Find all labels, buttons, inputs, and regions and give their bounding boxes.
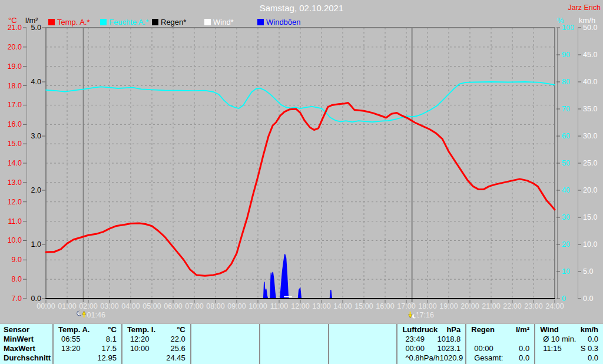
humidity-axis-label: 60 [562, 132, 570, 140]
temp-axis-label: 9.0 [12, 256, 22, 264]
temp-axis-label: 16.0 [8, 120, 22, 128]
stats-value-row [329, 353, 397, 363]
stats-value-cell: 1018.8 [437, 335, 460, 344]
stats-time-cell: 10:00 [130, 344, 150, 353]
stats-value-row [329, 335, 397, 344]
stats-col-wind: Windkm/hØ 10 min.0.011:15S 0.30.0 [534, 324, 603, 364]
marker-time-label: 01:46 [87, 311, 105, 319]
sunrise-arrow-icon [84, 315, 85, 317]
stats-value-row [260, 335, 328, 344]
temp-axis-label: 14.0 [8, 159, 22, 167]
stats-value-row: Ø 10 min.0.0 [535, 335, 603, 344]
humidity-axis-label: 40 [562, 186, 570, 194]
wind-swatch-icon [204, 19, 211, 25]
x-axis-label: 06:00 [164, 302, 182, 310]
humidity-axis-label: 20 [562, 240, 570, 249]
stats-value-row: 12.95 [54, 353, 121, 363]
stats-col-unit: °C [108, 325, 117, 335]
wind-axis-label: 10.0 [583, 240, 597, 249]
stats-value-row: ^0.8hPa/h1020.9 [397, 353, 465, 363]
x-axis-label: 10:00 [249, 302, 267, 310]
temp-axis-label: 20.0 [8, 43, 22, 51]
stats-time-cell: 23:49 [405, 335, 425, 344]
regen-swatch-icon [152, 19, 158, 25]
stats-value-cell: 1023.1 [437, 344, 460, 353]
page-title: Samstag, 02.10.2021 [0, 3, 603, 13]
x-axis-label: 16:00 [376, 302, 394, 310]
x-axis-label: 04:00 [121, 302, 140, 310]
temp-axis-label: 12.0 [8, 198, 22, 206]
temp-axis-label: 17.0 [8, 101, 22, 109]
stats-value-cell: 0.0 [588, 353, 598, 363]
x-axis-label: 03:00 [100, 302, 118, 310]
wind-axis-label: 50.0 [583, 24, 597, 32]
stats-value-row: 13:2017.5 [54, 344, 121, 353]
legend-label: Temp. A.* [57, 18, 90, 27]
rain-axis-label: 4.0 [31, 78, 41, 86]
stats-col-unit: l/m² [516, 325, 529, 335]
wind-axis-label: 25.0 [583, 159, 597, 167]
x-axis-label: 05:00 [143, 302, 161, 310]
wind-axis-label: 40.0 [583, 78, 597, 86]
stats-value-row [191, 353, 259, 363]
stats-col-title: Temp. A. [58, 325, 90, 335]
x-axis-label: 02:00 [79, 302, 97, 310]
stats-value-row: 10:0025.6 [122, 344, 190, 353]
stats-value-row: 24.45 [122, 353, 190, 363]
stats-col-unit: °C [177, 325, 185, 335]
stats-value-row [329, 344, 397, 353]
temp-axis-label: 18.0 [8, 82, 22, 90]
axis-unit-rain: l/m² [25, 16, 38, 25]
rain-axis-label: 0.0 [31, 294, 41, 303]
temp-axis-label: 8.0 [12, 275, 22, 283]
stats-row-label: Sensor [0, 325, 52, 335]
temp-axis-label: 7.0 [12, 294, 22, 303]
x-axis-label: 09:00 [227, 302, 246, 310]
stats-value-cell: 25.6 [170, 344, 185, 353]
x-axis-label: 08:00 [206, 302, 224, 310]
temp-a-swatch-icon [48, 19, 55, 25]
stats-value-cell: 22.0 [170, 335, 185, 344]
x-axis-label: 19:00 [439, 302, 458, 310]
marker-time-label: 17:16 [416, 311, 434, 319]
humidity-axis-label: 80 [562, 78, 570, 86]
humidity-axis-label: 0 [562, 294, 566, 303]
wind-axis-label: 5.0 [583, 267, 593, 276]
stats-value-cell: 12.95 [97, 353, 117, 363]
legend-item-wind[interactable]: Wind* [204, 18, 234, 27]
rain-axis-label: 2.0 [31, 186, 41, 194]
stats-col-temp-a-: Temp. A.°C06:558.113:2017.512.95 [52, 324, 121, 364]
x-axis-label: 14:00 [333, 302, 352, 310]
series-windboeen-spikes [280, 254, 289, 299]
stats-time-cell: ^0.8hPa/h [405, 353, 439, 363]
stats-col-empty [190, 324, 259, 364]
stats-col-regen: Regenl/m²00:000.0Gesamt:0.0 [465, 324, 534, 364]
stats-row-label: MaxWert [0, 344, 52, 353]
x-axis-label: 18:00 [418, 302, 436, 310]
stats-time-cell: 06:55 [61, 335, 81, 344]
legend-item-regen[interactable]: Regen* [152, 18, 186, 27]
stats-value-row [191, 344, 259, 353]
stats-col-title: Wind [540, 325, 559, 335]
legend-item-windboeen[interactable]: Windböen [257, 18, 301, 27]
stats-col-empty [328, 324, 397, 364]
stats-time-cell: Gesamt: [474, 353, 503, 363]
humidity-axis-label: 50 [562, 159, 570, 167]
stats-value-row [260, 353, 328, 363]
stats-row-label: MinWert [0, 335, 52, 344]
legend-item-temp-a[interactable]: Temp. A.* [48, 18, 90, 27]
stats-value-cell: S 0.3 [581, 344, 598, 353]
user-name-label: Jarz Erich [568, 4, 601, 12]
x-axis-label: 00:00 [37, 302, 55, 310]
stats-value-row: Gesamt:0.0 [466, 353, 534, 363]
stats-value-row: 06:558.1 [54, 335, 121, 344]
legend-label: Regen* [161, 18, 186, 27]
legend-item-feuchte-a[interactable]: Feuchte A.* [100, 18, 148, 27]
stats-value-cell: 0.0 [519, 353, 529, 363]
x-axis-label: 21:00 [482, 302, 500, 310]
stats-row-label: Durchschnitt [0, 353, 52, 363]
x-axis-label: 17:00 [397, 302, 415, 310]
stats-time-cell: Ø 10 min. [543, 335, 576, 344]
series-windboeen-spikes [270, 272, 276, 299]
moonset-icon [414, 314, 418, 318]
